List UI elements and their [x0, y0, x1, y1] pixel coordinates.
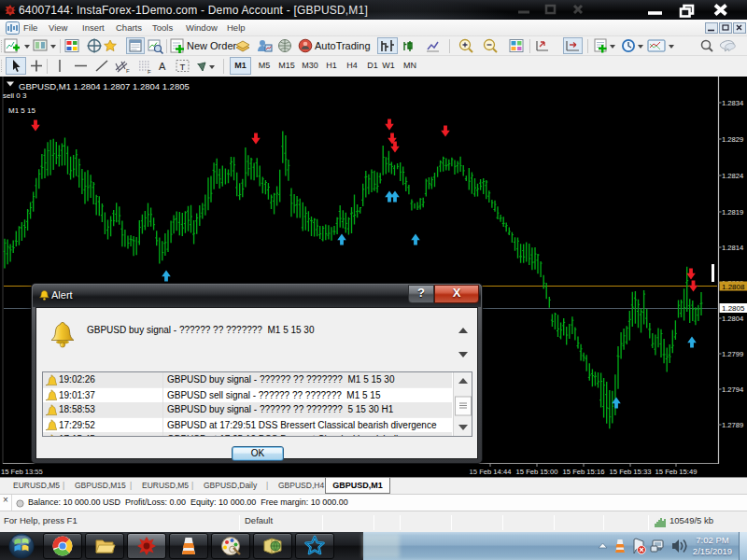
svg-text:GBPUSD,M1 1.2804 1.2807 1.280: GBPUSD,M1 1.2804 1.2807 1.2804 1.2805	[19, 81, 190, 91]
svg-text:sell 0 3: sell 0 3	[3, 91, 27, 100]
svg-text:F: F	[126, 68, 130, 74]
svg-text:T: T	[180, 62, 186, 72]
svg-text:1.2819: 1.2819	[722, 208, 743, 217]
svg-text:A: A	[159, 61, 166, 72]
svg-text:15 Feb 14:44: 15 Feb 14:44	[470, 468, 512, 476]
svg-text:1.2824: 1.2824	[722, 172, 743, 180]
svg-text:15 Feb 15:16: 15 Feb 15:16	[563, 468, 605, 476]
svg-text:1.2808: 1.2808	[722, 283, 745, 291]
svg-text:M1 5 15: M1 5 15	[8, 106, 35, 115]
svg-text:1.2794: 1.2794	[722, 385, 743, 394]
svg-text:15 Feb 13:55: 15 Feb 13:55	[1, 468, 43, 476]
svg-text:15 Feb 15:00: 15 Feb 15:00	[516, 468, 558, 476]
svg-text:New Order: New Order	[187, 40, 237, 51]
svg-text:15 Feb 15:49: 15 Feb 15:49	[655, 468, 698, 476]
svg-text:15 Feb 15:33: 15 Feb 15:33	[610, 468, 652, 476]
svg-text:AutoTrading: AutoTrading	[315, 40, 371, 51]
svg-text:F: F	[148, 69, 151, 75]
svg-text:1.2829: 1.2829	[722, 135, 743, 144]
svg-text:1.2799: 1.2799	[722, 350, 743, 358]
svg-text:1.2804: 1.2804	[722, 315, 743, 323]
svg-text:1.2834: 1.2834	[722, 99, 743, 107]
svg-text:1.2805: 1.2805	[722, 304, 745, 313]
svg-text:1.2814: 1.2814	[722, 244, 743, 252]
svg-text:1.2789: 1.2789	[722, 421, 743, 429]
